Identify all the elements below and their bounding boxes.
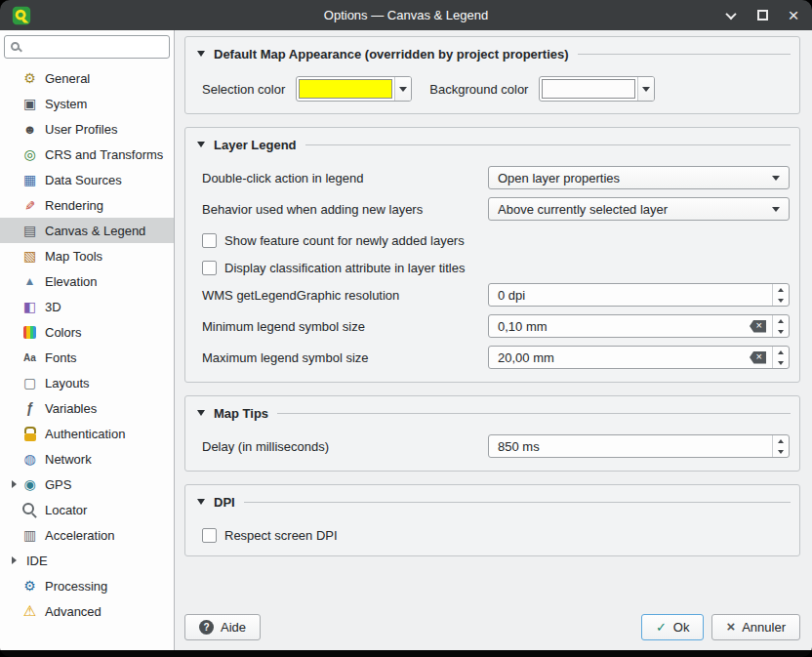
spin-up-icon[interactable] [773, 315, 789, 326]
magnifier-icon [21, 502, 38, 518]
double-click-action-label: Double-click action in legend [202, 171, 363, 185]
cancel-button[interactable]: Annuler [711, 614, 800, 640]
cancel-icon [726, 620, 735, 635]
min-symbol-size-row: Minimum legend symbol size 0,10 mm [202, 313, 790, 339]
sidebar-item-acceleration[interactable]: Acceleration [0, 522, 174, 548]
map-tips-delay-spinbox[interactable]: 850 ms [488, 434, 790, 458]
system-monitor-icon [21, 96, 38, 112]
chevron-down-icon [772, 207, 780, 212]
sidebar-item-label: Network [45, 452, 92, 467]
section-header-layer-legend[interactable]: Layer Legend [194, 133, 791, 156]
section-header-default-map-appearance[interactable]: Default Map Appearance (overridden by pr… [194, 42, 791, 65]
window-controls [724, 9, 800, 22]
map-tips-delay-label: Delay (in milliseconds) [202, 439, 329, 454]
user-icon [21, 121, 38, 138]
section-header-map-tips[interactable]: Map Tips [194, 401, 791, 425]
collapse-arrow-icon[interactable] [197, 51, 205, 57]
sidebar-item-user-profiles[interactable]: User Profiles [0, 116, 174, 142]
sidebar-item-fonts[interactable]: Fonts [0, 345, 174, 370]
new-layers-behavior-combobox[interactable]: Above currently selected layer [488, 197, 790, 221]
help-button[interactable]: Aide [184, 614, 261, 640]
spinbox-value: 0,10 mm [498, 319, 750, 334]
close-icon[interactable] [787, 9, 800, 22]
collapse-arrow-icon[interactable] [197, 499, 205, 505]
search-input[interactable] [27, 40, 163, 55]
spinbox-value: 20,00 mm [498, 350, 750, 365]
show-feature-count-checkbox[interactable] [202, 233, 217, 248]
spin-up-icon[interactable] [773, 435, 789, 446]
section-dpi: DPI Respect screen DPI [184, 484, 800, 556]
sidebar-item-3d[interactable]: 3D [0, 294, 174, 319]
sidebar-item-advanced[interactable]: Advanced [0, 598, 174, 624]
feature-count-row: Show feature count for newly added layer… [202, 231, 790, 249]
selection-color-swatch [299, 79, 392, 99]
sidebar-item-label: Authentication [45, 427, 125, 441]
sidebar-item-colors[interactable]: Colors [0, 319, 174, 345]
expander-arrow-icon[interactable] [8, 480, 20, 488]
ok-button[interactable]: Ok [641, 614, 705, 640]
min-symbol-size-spinbox[interactable]: 0,10 mm [488, 314, 790, 338]
new-layers-behavior-row: Behavior used when adding new layers Abo… [202, 196, 790, 222]
sidebar-item-map-tools[interactable]: Map Tools [0, 243, 174, 268]
background-color-dropdown-arrow[interactable] [637, 77, 654, 101]
cancel-button-label: Annuler [742, 620, 786, 635]
section-default-map-appearance: Default Map Appearance (overridden by pr… [184, 36, 800, 114]
map-tools-icon [21, 248, 38, 265]
spin-down-icon[interactable] [773, 295, 789, 306]
sidebar-item-data-sources[interactable]: Data Sources [0, 167, 174, 192]
selection-color-dropdown-arrow[interactable] [394, 77, 411, 101]
sidebar-item-locator[interactable]: Locator [0, 497, 174, 522]
collapse-arrow-icon[interactable] [197, 410, 205, 416]
spin-buttons [772, 435, 789, 457]
max-symbol-size-label: Maximum legend symbol size [202, 350, 369, 365]
sidebar-item-crs-and-transforms[interactable]: CRS and Transforms [0, 142, 174, 167]
spin-down-icon[interactable] [773, 446, 789, 457]
section-header-dpi[interactable]: DPI [194, 490, 791, 513]
titlebar[interactable]: Options — Canvas & Legend [0, 0, 812, 30]
background-color-label: Background color [429, 82, 528, 97]
sidebar-item-authentication[interactable]: Authentication [0, 421, 174, 446]
spin-down-icon[interactable] [773, 357, 789, 368]
show-feature-count-label: Show feature count for newly added layer… [224, 233, 465, 248]
sidebar-item-label: IDE [26, 554, 48, 568]
expander-arrow-icon[interactable] [8, 556, 20, 564]
header-rule [244, 502, 791, 503]
clear-value-icon[interactable] [750, 351, 766, 364]
sidebar-item-processing[interactable]: Processing [0, 573, 174, 598]
max-symbol-size-row: Maximum legend symbol size 20,00 mm [202, 345, 790, 370]
fonts-aa-icon [21, 349, 38, 366]
section-title: Map Tips [214, 406, 268, 421]
sidebar-item-gps[interactable]: GPS [0, 472, 174, 497]
map-appearance-row: Selection color Background color [202, 76, 790, 102]
max-symbol-size-spinbox[interactable]: 20,00 mm [488, 346, 790, 369]
respect-screen-dpi-checkbox[interactable] [202, 528, 217, 543]
sidebar-item-system[interactable]: System [0, 91, 174, 116]
sidebar-item-variables[interactable]: Variables [0, 395, 174, 421]
spin-down-icon[interactable] [773, 326, 789, 337]
sidebar-item-rendering[interactable]: Rendering [0, 192, 174, 218]
selection-color-button[interactable] [296, 76, 412, 102]
sidebar-search[interactable] [4, 35, 170, 59]
page-layout-icon [21, 375, 38, 391]
collapse-arrow-icon[interactable] [197, 142, 205, 147]
globe-crs-icon [21, 146, 38, 163]
spin-up-icon[interactable] [773, 284, 789, 295]
display-classification-checkbox[interactable] [202, 261, 217, 275]
wms-resolution-spinbox[interactable]: 0 dpi [488, 283, 790, 307]
sidebar-item-canvas-legend[interactable]: Canvas & Legend [0, 218, 174, 243]
color-palette-icon [21, 324, 38, 341]
warning-triangle-icon [21, 603, 38, 620]
sidebar-item-ide[interactable]: IDE [0, 548, 174, 573]
background-color-button[interactable] [539, 76, 655, 102]
sidebar-item-general[interactable]: General [0, 65, 174, 91]
maximize-icon[interactable] [755, 9, 769, 22]
sidebar-item-label: Colors [45, 325, 82, 340]
mountain-icon [21, 273, 38, 290]
double-click-action-combobox[interactable]: Open layer properties [488, 166, 790, 189]
sidebar-item-elevation[interactable]: Elevation [0, 268, 174, 294]
spin-up-icon[interactable] [773, 347, 789, 357]
sidebar-item-layouts[interactable]: Layouts [0, 370, 174, 395]
sidebar-item-network[interactable]: Network [0, 446, 174, 472]
clear-value-icon[interactable] [750, 320, 766, 333]
window-menu-chevron-icon[interactable] [724, 9, 738, 22]
